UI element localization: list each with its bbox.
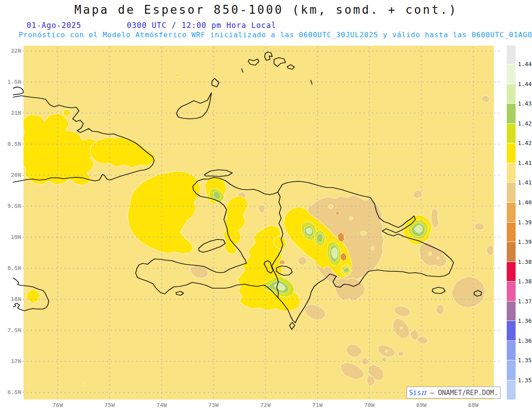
lat-tick-label: 0.5N <box>0 141 21 148</box>
lon-tick-label: 70W <box>360 402 379 409</box>
lon-tick-label: 71W <box>308 402 327 409</box>
colorbar-segment <box>507 360 516 380</box>
lon-tick-label: 69W <box>411 402 431 409</box>
colorbar-tick-label: 1.41 <box>518 179 532 186</box>
lat-tick-label: 19N <box>0 234 21 241</box>
colorbar-tick-label: 1.386 <box>518 258 532 266</box>
colorbar-segment <box>507 124 516 144</box>
lat-tick-label: 17N <box>0 358 21 365</box>
lon-tick-label: 74W <box>152 402 171 409</box>
colorbar-tick-label: 1.368 <box>518 317 532 325</box>
colorbar-tick-label: 1.434 <box>518 100 532 107</box>
lon-tick-label: 73W <box>204 402 223 409</box>
cuba-coastline <box>13 87 23 95</box>
colorbar-segment <box>507 46 516 64</box>
colorbar-tick-label: 1.38 <box>518 278 532 285</box>
lat-tick-label: 22N <box>0 47 21 55</box>
colorbar-segment <box>507 104 516 124</box>
lon-tick-label: 76W <box>48 402 67 409</box>
lon-tick-label: 75W <box>100 402 119 409</box>
colorbar-segment <box>507 301 516 321</box>
colorbar-segment <box>507 84 516 104</box>
subtitle-date: 01-Ago-2025 <box>27 21 82 30</box>
colorbar-tick-label: 1.44 <box>518 81 532 88</box>
colorbar-tick-label: 1.446 <box>518 61 532 68</box>
colorbar-segment <box>507 321 516 341</box>
subtitle-forecast-info: Pronóstico con el Modelo Atmósferico WRF… <box>19 31 532 39</box>
colorbar-tick-label: 1.422 <box>518 140 532 147</box>
colorbar-segment <box>507 380 516 400</box>
colorbar-segment <box>507 341 516 361</box>
colorbar-segment <box>507 163 516 183</box>
subtitle-valid-time: 0300 UTC / 12:00 pm Hora Local <box>127 21 276 30</box>
colorbar-tick-label: 1.404 <box>518 199 532 206</box>
colorbar-tick-label: 1.35 <box>518 377 532 384</box>
colorbar-tick-label: 1.416 <box>518 160 532 167</box>
colorbar-tick-label: 1.398 <box>518 219 532 226</box>
colorbar-segment <box>507 64 516 84</box>
lat-tick-label: 9.5N <box>0 203 21 210</box>
lon-tick-label: 68W <box>464 402 483 409</box>
lat-tick-label: 18N <box>0 296 21 303</box>
colorbar-tick-label: 1.362 <box>518 337 532 344</box>
lat-tick-label: 6.5N <box>0 389 21 396</box>
lat-tick-label: 7.5N <box>0 327 21 334</box>
lat-tick-label: 20N <box>0 172 21 179</box>
pi-symbol: π <box>421 388 426 397</box>
colorbar-segment <box>507 262 516 282</box>
colorbar-segment <box>507 143 516 163</box>
branding-box: Sisπ – ONAMET/REP.DOM. <box>407 387 501 399</box>
page-title: Mapa de Espesor 850-1000 (km, somd. + co… <box>0 3 532 16</box>
colorbar-segment <box>507 282 516 301</box>
colorbar-tick-label: 1.392 <box>518 239 532 246</box>
colorbar-tick-label: 1.356 <box>518 357 532 364</box>
colorbar-segment <box>507 242 516 262</box>
branding-sis-label: Sis <box>409 389 421 397</box>
lat-tick-label: 1.5N <box>0 78 21 86</box>
contour-fill-layer <box>20 46 494 399</box>
colorbar-tick-label: 1.374 <box>518 298 532 305</box>
lon-tick-label: 72W <box>256 402 275 409</box>
colorbar-segment <box>507 223 516 243</box>
colorbar-segment <box>507 203 516 223</box>
lat-tick-label: 8.5N <box>0 265 21 272</box>
thickness-map-canvas <box>0 0 532 411</box>
lat-tick-label: 21N <box>0 110 21 117</box>
branding-agency-label: – ONAMET/REP.DOM. <box>426 389 498 397</box>
colorbar-segment <box>507 183 516 203</box>
colorbar-tick-label: 1.428 <box>518 120 532 127</box>
